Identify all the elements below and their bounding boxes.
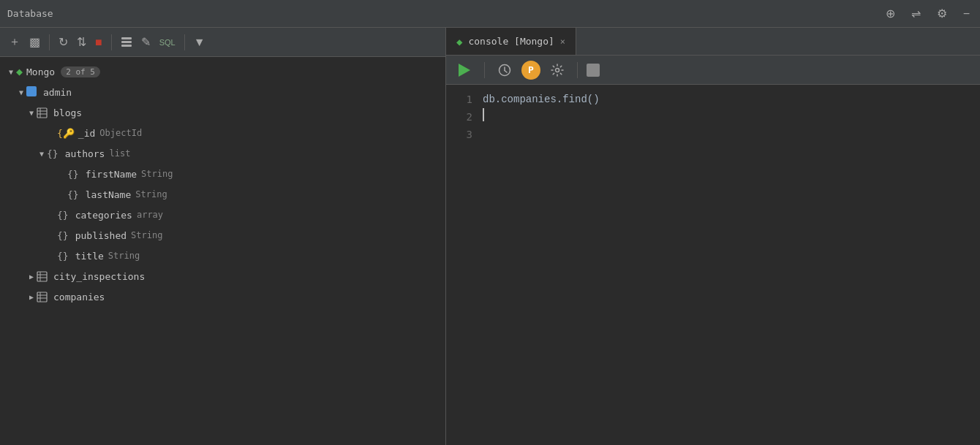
categories-label: categories — [75, 210, 132, 221]
blogs-label: blogs — [53, 107, 82, 118]
editor-content[interactable]: db.companies.find() — [483, 91, 980, 439]
text-cursor — [483, 108, 484, 121]
tree-node-title[interactable]: {} title String — [0, 246, 445, 266]
expand-arrow-blogs[interactable]: ▼ — [26, 109, 37, 117]
admin-label: admin — [43, 87, 72, 98]
tab-label: console [Mongo] — [468, 36, 554, 47]
line-number-2: 2 — [446, 108, 472, 126]
table-view-button[interactable] — [118, 35, 135, 50]
sql-button[interactable]: SQL — [157, 37, 178, 48]
rt-separator-1 — [484, 62, 485, 78]
object-icon-firstname: {} — [67, 169, 79, 180]
filter-button[interactable]: ▼ — [191, 34, 208, 50]
firstname-type: String — [141, 169, 173, 179]
stop-square-button[interactable] — [587, 64, 600, 77]
left-toolbar: ＋ ▩ ↻ ⇅ ■ ✎ SQL ▼ — [0, 28, 445, 57]
line-number-3: 3 — [446, 126, 472, 143]
object-icon-title: {} — [57, 251, 69, 262]
run-button[interactable] — [453, 60, 475, 80]
key-icon: {🔑 — [57, 128, 75, 139]
toolbar-separator-1 — [49, 34, 50, 50]
published-label: published — [75, 230, 127, 241]
title-bar: Database ⊕ ⇌ ⚙ − — [0, 0, 980, 28]
svg-line-17 — [505, 70, 507, 72]
settings-wrench-button[interactable] — [546, 60, 568, 80]
tree-node-lastname[interactable]: {} lastName String — [0, 184, 445, 205]
settings-icon[interactable]: ⚙ — [934, 5, 950, 22]
tab-mongo-icon: ◆ — [456, 36, 462, 47]
expand-arrow-companies[interactable]: ▶ — [26, 293, 37, 301]
stop-button[interactable]: ■ — [92, 34, 105, 50]
expand-arrow-mongo[interactable]: ▼ — [6, 68, 16, 76]
categories-type: array — [137, 210, 163, 220]
tree-node-mongo[interactable]: ▼ ◆ Mongo 2 of 5 — [0, 61, 445, 82]
svg-rect-3 — [37, 108, 47, 118]
toolbar-separator-3 — [184, 34, 185, 50]
code-line-1: db.companies.find() — [483, 91, 600, 108]
minimize-icon[interactable]: − — [960, 6, 973, 22]
collection-icon-companies — [37, 292, 48, 303]
svg-rect-7 — [37, 272, 47, 281]
tree-area: ▼ ◆ Mongo 2 of 5 ▼ admin ▼ — [0, 57, 445, 445]
tree-node-published[interactable]: {} published String — [0, 225, 445, 246]
panel-title: Database — [7, 8, 53, 19]
mongo-icon: ◆ — [16, 65, 23, 78]
object-icon-authors: {} — [47, 148, 59, 159]
left-panel: ＋ ▩ ↻ ⇅ ■ ✎ SQL ▼ ▼ — [0, 28, 446, 445]
tree-node-categories[interactable]: {} categories array — [0, 205, 445, 225]
filter-lines-icon[interactable]: ⇌ — [908, 5, 924, 22]
main-area: ＋ ▩ ↻ ⇅ ■ ✎ SQL ▼ ▼ — [0, 28, 980, 445]
add-connection-button[interactable]: ＋ — [6, 33, 23, 51]
right-panel: ◆ console [Mongo] × P — [446, 28, 980, 445]
published-type: String — [131, 230, 162, 240]
object-icon-lastname: {} — [67, 189, 79, 200]
tree-node-blogs[interactable]: ▼ blogs — [0, 102, 445, 123]
object-icon-categories: {} — [57, 210, 69, 221]
history-button[interactable] — [494, 60, 516, 80]
profile-button[interactable]: P — [521, 61, 540, 80]
tree-node-authors[interactable]: ▼ {} authors list — [0, 143, 445, 164]
tree-node-firstname[interactable]: {} firstName String — [0, 164, 445, 184]
lastname-label: lastName — [86, 189, 132, 200]
toolbar-separator-2 — [111, 34, 112, 50]
tab-close-button[interactable]: × — [560, 37, 565, 47]
title-type: String — [108, 251, 140, 261]
mongo-badge: 2 of 5 — [61, 66, 100, 77]
line-numbers: 1 2 3 — [446, 91, 483, 439]
svg-rect-11 — [37, 292, 47, 302]
collection-icon-city — [37, 271, 48, 282]
tree-node-id[interactable]: {🔑 _id ObjectId — [0, 123, 445, 143]
title-bar-actions: ⊕ ⇌ ⚙ − — [883, 5, 973, 22]
editor-area[interactable]: 1 2 3 db.companies.find() — [446, 85, 980, 445]
city-inspections-label: city_inspections — [53, 271, 145, 282]
editor-line-1: db.companies.find() — [483, 91, 980, 108]
edit-button[interactable]: ✎ — [138, 34, 154, 50]
companies-label: companies — [53, 292, 105, 303]
add-icon[interactable]: ⊕ — [883, 5, 898, 22]
tree-node-city-inspections[interactable]: ▶ city_inspections — [0, 266, 445, 286]
play-icon — [459, 64, 470, 77]
id-type: ObjectId — [99, 128, 142, 138]
database-icon — [26, 86, 37, 99]
id-label: _id — [78, 128, 95, 139]
duplicate-button[interactable]: ▩ — [26, 34, 43, 50]
object-icon-published: {} — [57, 230, 69, 241]
title-label: title — [75, 251, 104, 262]
authors-label: authors — [65, 148, 105, 159]
lastname-type: String — [135, 189, 167, 199]
sync-button[interactable]: ⇅ — [74, 34, 89, 50]
console-tab[interactable]: ◆ console [Mongo] × — [446, 28, 576, 55]
expand-arrow-admin[interactable]: ▼ — [16, 88, 26, 96]
svg-rect-2 — [121, 45, 132, 47]
right-toolbar: P — [446, 56, 980, 85]
line-number-1: 1 — [446, 91, 472, 108]
tab-bar: ◆ console [Mongo] × — [446, 28, 980, 56]
svg-point-18 — [556, 68, 559, 72]
collection-icon-blogs — [37, 107, 48, 118]
tree-node-admin[interactable]: ▼ admin — [0, 82, 445, 102]
expand-arrow-city[interactable]: ▶ — [26, 273, 37, 281]
expand-arrow-authors[interactable]: ▼ — [37, 150, 47, 158]
refresh-button[interactable]: ↻ — [56, 34, 71, 50]
tree-node-companies[interactable]: ▶ companies — [0, 286, 445, 307]
editor-line-2 — [483, 108, 980, 121]
